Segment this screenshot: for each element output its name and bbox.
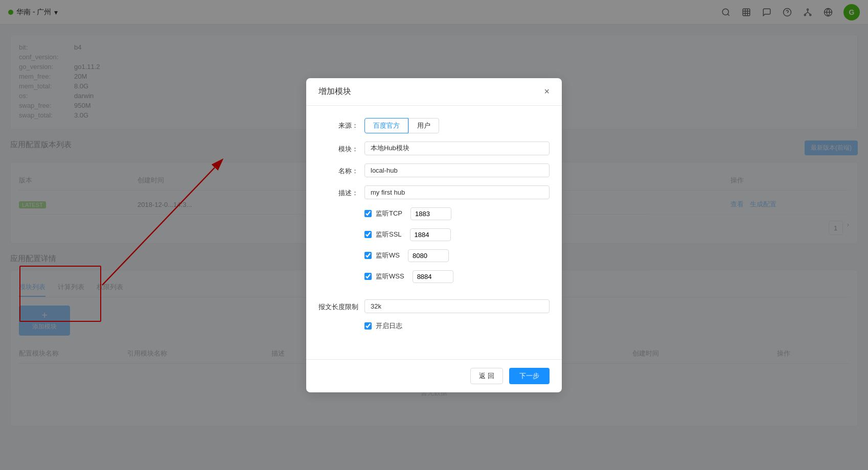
desc-label: 描述： (318, 185, 364, 198)
wss-checkbox-row: 监听WSS (364, 270, 550, 283)
modal-title: 增加模块 (318, 86, 351, 97)
logging-row: 开启日志 (318, 321, 550, 339)
logging-checkbox[interactable] (364, 322, 372, 330)
ws-checkbox[interactable] (364, 252, 372, 259)
source-row: 来源： 百度官方 用户 (318, 118, 550, 133)
source-baidu-btn[interactable]: 百度官方 (364, 118, 408, 133)
name-label: 名称： (318, 163, 364, 176)
tcp-row: 监听TCP 监听SSL 监听WS 监听W (318, 207, 550, 291)
modal-overlay: 增加模块 × 来源： 百度官方 用户 模块： 名称： (0, 0, 868, 437)
tcp-checkbox[interactable] (364, 210, 372, 217)
add-module-modal: 增加模块 × 来源： 百度官方 用户 模块： 名称： (306, 78, 562, 392)
wss-label: 监听WSS (376, 272, 404, 281)
source-label: 来源： (318, 118, 364, 130)
tcp-checkbox-row: 监听TCP (364, 207, 550, 220)
module-label: 模块： (318, 142, 364, 154)
next-button[interactable]: 下一步 (509, 368, 550, 384)
name-row: 名称： (318, 163, 550, 177)
desc-row: 描述： (318, 185, 550, 199)
desc-input[interactable] (364, 185, 550, 199)
desc-control (364, 185, 550, 199)
source-user-btn[interactable]: 用户 (408, 118, 439, 133)
source-buttons: 百度官方 用户 (364, 118, 550, 133)
tcp-port-input[interactable] (410, 207, 451, 220)
name-input[interactable] (364, 163, 550, 177)
back-button[interactable]: 返 回 (470, 368, 503, 384)
module-row: 模块： (318, 142, 550, 155)
message-length-row: 报文长度限制 (318, 299, 550, 313)
wss-port-input[interactable] (413, 270, 453, 283)
ws-port-input[interactable] (408, 249, 449, 262)
module-control (364, 142, 550, 155)
modal-body: 来源： 百度官方 用户 模块： 名称： (306, 106, 562, 359)
name-control (364, 163, 550, 177)
tcp-label: 监听TCP (376, 209, 402, 218)
wss-checkbox[interactable] (364, 273, 372, 280)
modal-header: 增加模块 × (306, 78, 562, 106)
logging-checkbox-row: 开启日志 (364, 321, 550, 331)
ssl-label: 监听SSL (376, 230, 402, 239)
ws-label: 监听WS (376, 251, 400, 260)
message-length-label: 报文长度限制 (318, 299, 364, 312)
ssl-checkbox[interactable] (364, 231, 372, 238)
ssl-port-input[interactable] (410, 228, 451, 241)
ssl-checkbox-row: 监听SSL (364, 228, 550, 241)
ws-checkbox-row: 监听WS (364, 249, 550, 262)
module-input[interactable] (364, 142, 550, 155)
logging-label: 开启日志 (376, 321, 402, 331)
modal-close-button[interactable]: × (544, 86, 550, 97)
message-length-input[interactable] (364, 299, 550, 313)
modal-footer: 返 回 下一步 (306, 359, 562, 392)
